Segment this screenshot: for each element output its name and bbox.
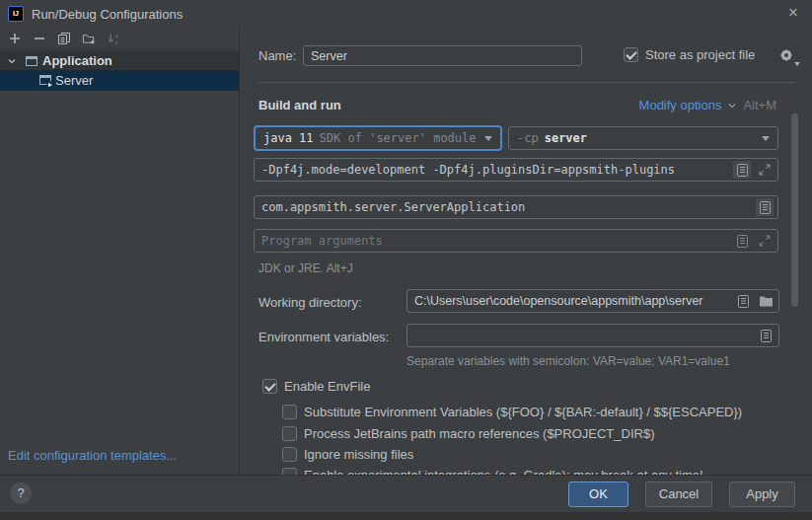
title-bar: IJ Run/Debug Configurations × [0,0,812,28]
combo-arrow-icon [762,136,770,141]
background-window-edge [0,512,812,520]
working-directory-field-wrap [406,289,779,313]
configurations-sidebar: a z Application Server Edit configuratio… [0,28,239,475]
expand-window-icon[interactable] [756,232,774,250]
add-configuration-button[interactable] [8,32,22,45]
name-input[interactable] [303,45,582,66]
apply-button[interactable]: Apply [729,482,795,507]
application-run-icon [38,73,54,89]
sidebar-toolbar: a z [0,28,239,50]
store-settings-button[interactable] [778,47,798,65]
vertical-scrollbar[interactable] [791,113,798,307]
process-path-macros-label: Process JetBrains path macro references … [304,426,654,441]
remove-configuration-button[interactable] [33,32,46,45]
store-as-project-file-checkbox[interactable]: Store as project file [624,47,755,62]
jdk-combo-suffix: SDK of 'server' module [320,131,477,145]
chevron-down-icon [7,56,17,66]
expand-editor-icon[interactable] [757,327,775,344]
working-directory-input[interactable] [406,289,779,313]
vm-options-field-wrap [254,158,778,182]
sidebar-item-server-config[interactable]: Server [0,70,239,91]
caret-down-icon [794,62,800,66]
intellij-logo-icon: IJ [8,6,24,22]
ok-button[interactable]: OK [568,482,628,507]
working-directory-label: Working directory: [258,295,362,310]
section-divider [258,82,795,83]
modify-options-link[interactable]: Modify options [639,98,722,112]
checkbox-unchecked [282,447,297,462]
ignore-missing-files-checkbox[interactable]: Ignore missing files [282,447,413,462]
environment-variables-field-wrap [406,324,779,347]
store-as-project-file-label: Store as project file [645,47,755,62]
main-class-field-wrap [254,195,778,219]
program-arguments-field-wrap [254,229,778,253]
expand-editor-icon[interactable] [734,292,752,310]
main-class-input[interactable] [254,195,778,219]
sidebar-item-application-group[interactable]: Application [0,51,239,70]
application-icon [24,53,39,69]
checkbox-unchecked [282,468,297,475]
experimental-integrations-checkbox[interactable]: Enable experimental integrations (e.g. G… [282,468,703,475]
gear-icon [778,47,794,63]
checkbox-unchecked [282,405,297,419]
cancel-button[interactable]: Cancel [645,482,712,507]
jdk-combo-box[interactable]: java 11 SDK of 'server' module [254,125,502,151]
new-folder-icon [82,32,96,45]
environment-variables-hint: Separate variables with semicolon: VAR=v… [406,354,730,368]
name-label: Name: [258,48,296,63]
minus-icon [33,32,46,45]
modify-options-group: Modify options Alt+M [639,98,776,112]
enable-envfile-label: Enable EnvFile [284,379,370,394]
cp-module-value: server [545,131,587,145]
copy-configuration-button[interactable] [57,32,71,45]
help-button[interactable]: ? [10,483,32,504]
copy-icon [57,32,71,45]
expand-editor-icon[interactable] [756,198,774,216]
process-path-macros-checkbox[interactable]: Process JetBrains path macro references … [282,426,654,441]
expand-editor-icon[interactable] [733,161,751,179]
browse-folder-icon[interactable] [757,292,775,310]
cp-flag-label: -cp [517,131,539,145]
substitute-env-vars-checkbox[interactable]: Substitute Environment Variables (${FOO}… [282,405,742,419]
tree-item-label: Server [55,73,93,88]
tree-group-label: Application [42,53,112,68]
experimental-integrations-label: Enable experimental integrations (e.g. G… [304,468,703,475]
dialog-title: Run/Debug Configurations [32,7,183,22]
sort-configurations-button[interactable]: a z [107,32,120,45]
modify-options-shortcut: Alt+M [743,98,776,112]
substitute-env-vars-label: Substitute Environment Variables (${FOO}… [304,405,742,419]
new-folder-button[interactable] [82,32,96,45]
close-icon[interactable]: × [788,3,798,23]
jdk-combo-value: java 11 [263,131,314,145]
expand-editor-icon[interactable] [733,232,751,250]
expand-window-icon[interactable] [756,161,774,179]
checkbox-unchecked [282,426,297,441]
edit-configuration-templates-link[interactable]: Edit configuration templates... [8,448,177,463]
plus-icon [8,32,22,45]
chevron-down-icon [727,101,737,111]
environment-variables-input[interactable] [406,324,779,347]
vm-options-input[interactable] [254,158,778,182]
environment-variables-label: Environment variables: [258,330,389,344]
svg-text:z: z [114,39,117,45]
sort-az-icon: a z [107,32,120,45]
checkbox-checked [262,379,277,394]
run-debug-configurations-dialog: IJ Run/Debug Configurations × [0,0,812,520]
combo-arrow-icon [484,136,492,141]
ignore-missing-files-label: Ignore missing files [304,447,413,462]
program-arguments-input[interactable] [254,229,778,253]
dialog-footer: OK Cancel Apply [0,475,812,512]
jdk-hint-text: JDK or JRE. Alt+J [258,261,353,275]
build-and-run-heading: Build and run [258,98,341,112]
configuration-form: Name: Store as project file Build and ru… [240,28,812,475]
enable-envfile-checkbox[interactable]: Enable EnvFile [262,379,370,394]
svg-text:a: a [114,33,117,38]
checkbox-checked [624,47,638,62]
classpath-combo-box[interactable]: -cp server [508,126,778,150]
